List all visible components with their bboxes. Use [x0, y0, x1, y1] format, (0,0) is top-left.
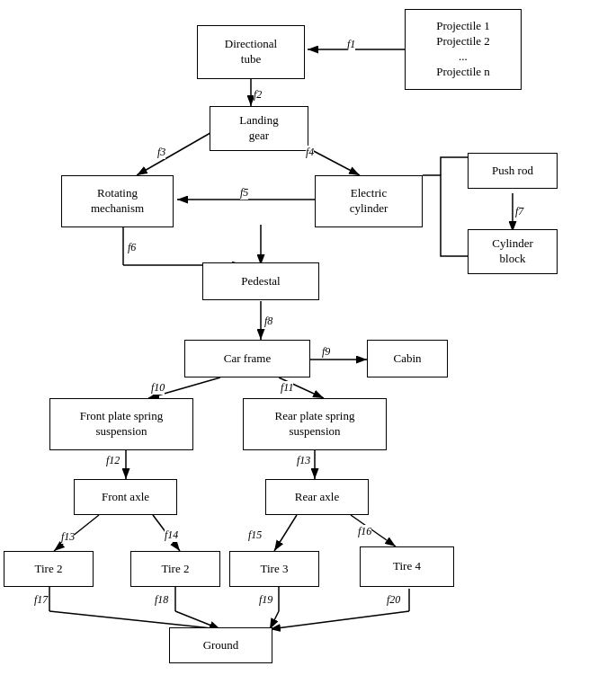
label-f1: f1	[347, 38, 355, 51]
front-suspension-box: Front plate springsuspension	[49, 398, 193, 450]
label-f19: f19	[259, 593, 272, 607]
rear-suspension-box: Rear plate springsuspension	[243, 398, 387, 450]
label-f14: f14	[165, 528, 178, 542]
rear-axle-box: Rear axle	[265, 479, 369, 515]
label-f8: f8	[264, 315, 272, 328]
label-f18: f18	[155, 593, 168, 607]
svg-line-25	[270, 611, 279, 629]
tire3-box: Tire 3	[229, 551, 319, 587]
label-f3: f3	[157, 146, 165, 159]
push-rod-box: Push rod	[468, 153, 558, 189]
label-f10: f10	[151, 381, 165, 395]
label-f7: f7	[515, 205, 523, 218]
landing-gear-box: Landinggear	[210, 106, 308, 151]
label-f15: f15	[248, 528, 262, 542]
label-f13a: f13	[297, 454, 310, 467]
label-f9: f9	[322, 345, 330, 359]
svg-line-18	[274, 515, 297, 551]
label-f16: f16	[358, 525, 371, 538]
ground-box: Ground	[169, 627, 272, 663]
rotating-mechanism-box: Rotatingmechanism	[61, 175, 174, 227]
label-f17: f17	[34, 593, 48, 607]
label-f11: f11	[281, 381, 293, 395]
cylinder-block-box: Cylinderblock	[468, 229, 558, 274]
label-f2: f2	[254, 88, 262, 102]
electric-cylinder-box: Electriccylinder	[315, 175, 423, 227]
label-f12: f12	[106, 454, 120, 467]
car-frame-box: Car frame	[184, 340, 310, 377]
label-f6: f6	[128, 241, 136, 254]
tire4-box: Tire 4	[360, 546, 454, 587]
label-f13b: f13	[61, 530, 75, 544]
tire2a-box: Tire 2	[4, 551, 94, 587]
svg-line-27	[270, 611, 409, 629]
cabin-box: Cabin	[367, 340, 448, 377]
label-f4: f4	[306, 146, 314, 159]
diagram: Directionaltube Projectile 1Projectile 2…	[0, 0, 616, 675]
tire2b-box: Tire 2	[130, 551, 220, 587]
svg-line-23	[175, 611, 220, 629]
label-f5: f5	[240, 186, 248, 200]
svg-line-3	[137, 130, 215, 175]
projectiles-box: Projectile 1Projectile 2...Projectile n	[405, 9, 522, 90]
label-f20: f20	[387, 593, 400, 607]
directional-tube-box: Directionaltube	[197, 25, 305, 79]
svg-line-21	[49, 611, 220, 629]
front-axle-box: Front axle	[74, 479, 177, 515]
pedestal-box: Pedestal	[202, 262, 319, 300]
